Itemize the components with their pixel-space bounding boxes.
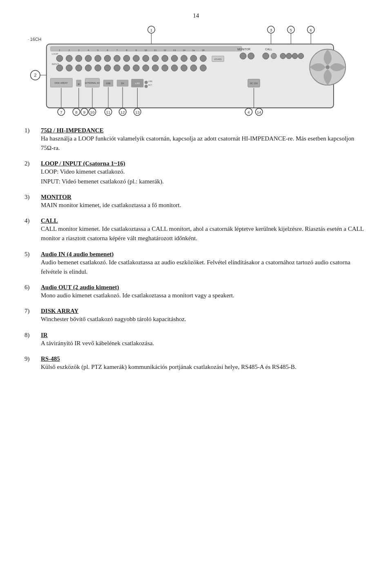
section-9: 9) RS-485 Külső eszközök (pl. PTZ kamerá… [24,355,368,372]
svg-point-71 [240,53,246,59]
svg-point-23 [104,55,111,62]
svg-text:7: 7 [60,110,62,114]
svg-text:3: 3 [270,28,272,32]
svg-text:8: 8 [126,49,127,51]
section-1-num: 1) [24,127,36,134]
svg-text:D/I: D/I [121,82,124,85]
svg-point-96 [145,85,148,88]
svg-text:13: 13 [135,110,140,114]
svg-point-19 [66,55,73,62]
svg-text:RS485: RS485 [214,58,222,60]
svg-text:10: 10 [90,110,95,114]
svg-point-34 [56,65,63,71]
section-5-num: 5) [24,251,36,258]
svg-point-35 [66,65,73,71]
svg-point-44 [152,65,159,71]
section-2-title: LOOP / INPUT (Csatorna 1~16) [41,160,125,167]
svg-point-49 [200,65,207,71]
svg-point-27 [143,55,149,62]
svg-text:IR: IR [78,83,80,85]
svg-point-76 [280,53,286,59]
section-8-title: IR [41,332,48,338]
svg-text:9: 9 [136,49,137,51]
section-2: 2) LOOP / INPUT (Csatorna 1~16) LOOP: Vi… [24,160,368,186]
svg-point-26 [133,55,140,62]
svg-text:ACT: ACT [148,84,152,86]
section-5-title: Audio IN (4 audio bemenet) [41,251,114,257]
section-9-title: RS-485 [41,355,60,362]
section-9-num: 9) [24,355,36,362]
svg-point-79 [298,53,304,59]
svg-point-45 [162,65,168,71]
svg-point-28 [152,55,159,62]
svg-point-37 [85,65,91,71]
section-7: 7) DISK ARRAY Winchester bővítő csatlako… [24,308,368,324]
svg-text:13: 13 [173,49,176,51]
section-1-title: 75Ω / HI-IMPEDANCE [41,127,104,134]
svg-point-94 [145,81,148,84]
svg-text:DC 12V: DC 12V [250,82,258,85]
svg-text:MONITOR: MONITOR [237,48,250,51]
section-3: 3) MONITOR MAIN monitor kimenet, ide csa… [24,194,368,210]
section-2-num: 2) [24,160,36,167]
svg-point-33 [200,55,207,62]
svg-text:7: 7 [116,49,118,51]
section-6-title: Audio OUT (2 audio kimenet) [41,284,119,290]
svg-point-72 [248,53,254,59]
section-4-title: CALL [41,217,58,224]
svg-text:8: 8 [75,110,77,114]
page-number: 14 [24,12,368,19]
svg-point-18 [56,55,63,62]
svg-text:1: 1 [59,49,60,51]
section-9-text: Külső eszközök (pl. PTZ kamerák) kommuni… [41,364,296,370]
svg-text:5: 5 [290,28,292,32]
section-4-num: 4) [24,217,36,224]
section-6: 6) Audio OUT (2 audio kimenet) Mono audi… [24,284,368,300]
svg-point-47 [181,65,187,71]
svg-text:11: 11 [106,110,111,114]
svg-text:11: 11 [154,49,157,51]
svg-point-42 [133,65,140,71]
svg-point-32 [190,55,197,62]
svg-text:CALL: CALL [265,48,272,51]
svg-text:10: 10 [145,49,147,51]
svg-text:LAN: LAN [135,82,140,85]
svg-text:INPUT: INPUT [51,63,59,65]
sections-container: 1) 75Ω / HI-IMPEDANCE Ha használja a LOO… [24,127,368,372]
svg-point-74 [263,53,269,59]
svg-point-41 [123,65,130,71]
svg-text:DISK ARRAY: DISK ARRAY [55,82,68,84]
svg-point-43 [143,65,149,71]
svg-text:12: 12 [164,49,167,51]
svg-point-40 [114,65,120,71]
section-8-text: A távirányító IR vevő kábelének csatlako… [41,340,154,346]
svg-text:1s: 1s [192,49,195,51]
section-5: 5) Audio IN (4 audio bemenet) Audio beme… [24,251,368,277]
section-1-text: Ha használja a LOOP funkciót valamelyik … [41,135,354,151]
section-7-num: 7) [24,308,36,315]
device-diagram: · 16CH 1 3 5 6 2 [24,23,368,127]
section-4: 4) CALL CALL monitor kimenet. Ide csatla… [24,217,368,243]
svg-text:1: 1 [150,28,152,32]
svg-point-31 [181,55,187,62]
svg-text:EXTERNAL I/O: EXTERNAL I/O [85,82,100,84]
section-3-num: 3) [24,194,36,201]
svg-point-38 [95,65,101,71]
section-5-text: Audio bemenet csatlakozó. Ide csatlakozt… [41,259,350,275]
svg-text:6: 6 [107,49,108,51]
svg-text:4: 4 [247,110,250,114]
svg-point-20 [76,55,82,62]
section-3-text: MAIN monitor kimenet, ide csatlakoztassa… [41,202,181,208]
svg-point-25 [123,55,130,62]
svg-point-29 [162,55,168,62]
section-8-num: 8) [24,332,36,339]
svg-point-77 [286,53,292,59]
svg-text:USB: USB [106,82,111,85]
svg-point-46 [171,65,178,71]
svg-text:3: 3 [78,49,79,51]
svg-text:LOOP: LOOP [51,53,58,55]
section-4-text: CALL monitor kimenet. Ide csatlakoztassa… [41,226,364,241]
svg-point-48 [190,65,197,71]
section-6-num: 6) [24,284,36,291]
svg-text:14: 14 [183,49,185,51]
